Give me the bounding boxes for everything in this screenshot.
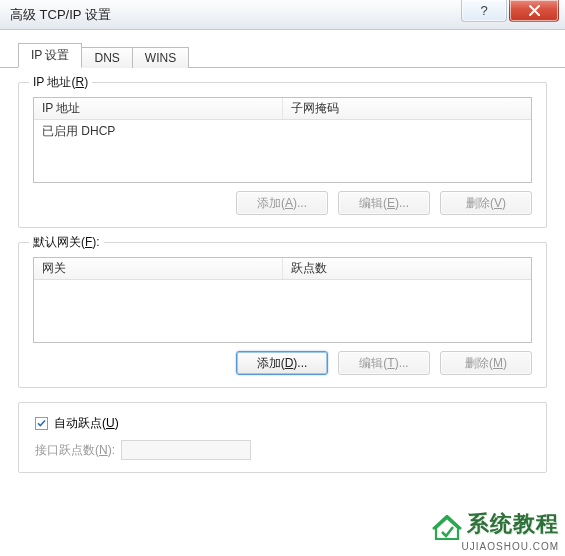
interface-metric-row: 接口跃点数(N): <box>35 440 532 460</box>
window-title: 高级 TCP/IP 设置 <box>10 6 111 24</box>
titlebar: 高级 TCP/IP 设置 ? <box>0 0 565 30</box>
group-default-gateway: 默认网关(F): 网关 跃点数 添加(D)... 编辑(T)... 删除(M) <box>18 242 547 388</box>
ip-button-row: 添加(A)... 编辑(E)... 删除(V) <box>33 191 532 215</box>
gateway-list[interactable]: 网关 跃点数 <box>33 257 532 343</box>
ip-delete-button: 删除(V) <box>440 191 532 215</box>
check-icon <box>37 419 46 428</box>
group-auto-metric: 自动跃点(U) 接口跃点数(N): <box>18 402 547 473</box>
watermark-url: UJIAOSHOU.COM <box>432 541 559 552</box>
group-ip-legend: IP 地址(R) <box>29 74 92 91</box>
ip-add-button: 添加(A)... <box>236 191 328 215</box>
col-ip-address[interactable]: IP 地址 <box>34 98 283 119</box>
gateway-delete-button: 删除(M) <box>440 351 532 375</box>
ip-list-header: IP 地址 子网掩码 <box>34 98 531 120</box>
group-ip-addresses: IP 地址(R) IP 地址 子网掩码 已启用 DHCP 添加(A)... 编辑… <box>18 82 547 228</box>
col-metric[interactable]: 跃点数 <box>283 258 532 279</box>
gateway-button-row: 添加(D)... 编辑(T)... 删除(M) <box>33 351 532 375</box>
interface-metric-input <box>121 440 251 460</box>
gateway-edit-button: 编辑(T)... <box>338 351 430 375</box>
interface-metric-label: 接口跃点数(N): <box>35 442 115 459</box>
tab-panel-ip: IP 地址(R) IP 地址 子网掩码 已启用 DHCP 添加(A)... 编辑… <box>0 68 565 497</box>
ip-address-list[interactable]: IP 地址 子网掩码 已启用 DHCP <box>33 97 532 183</box>
tab-wins[interactable]: WINS <box>132 47 189 68</box>
gateway-list-body <box>34 280 531 286</box>
watermark-text: 系统教程 <box>467 511 559 536</box>
group-gateway-legend: 默认网关(F): <box>29 234 104 251</box>
close-icon <box>529 5 540 16</box>
watermark: 系统教程 UJIAOSHOU.COM <box>432 509 559 552</box>
tabstrip: IP 设置 DNS WINS <box>0 44 565 68</box>
window-controls: ? <box>461 0 565 22</box>
col-gateway[interactable]: 网关 <box>34 258 283 279</box>
help-button[interactable]: ? <box>461 0 507 22</box>
tab-dns[interactable]: DNS <box>81 47 132 68</box>
ip-list-row: 已启用 DHCP <box>34 120 531 143</box>
col-subnet-mask[interactable]: 子网掩码 <box>283 98 532 119</box>
auto-metric-label: 自动跃点(U) <box>54 415 119 432</box>
gateway-list-header: 网关 跃点数 <box>34 258 531 280</box>
close-button[interactable] <box>509 0 559 22</box>
gateway-add-button[interactable]: 添加(D)... <box>236 351 328 375</box>
house-icon <box>432 515 462 541</box>
ip-edit-button: 编辑(E)... <box>338 191 430 215</box>
auto-metric-checkbox[interactable] <box>35 417 48 430</box>
tab-ip-settings[interactable]: IP 设置 <box>18 43 82 68</box>
auto-metric-checkbox-row[interactable]: 自动跃点(U) <box>35 415 532 432</box>
